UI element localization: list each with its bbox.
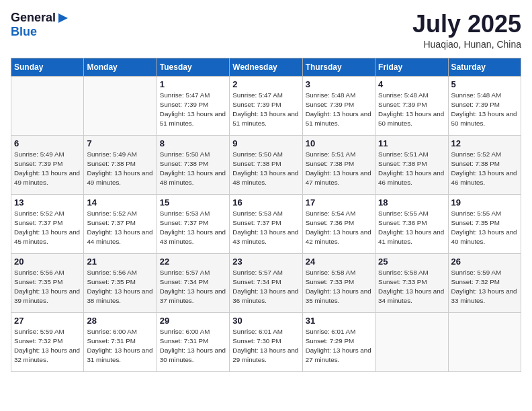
day-number: 3 — [306, 79, 372, 89]
day-number: 30 — [232, 316, 299, 326]
day-cell: 28Sunrise: 6:00 AM Sunset: 7:31 PM Dayli… — [84, 312, 157, 371]
header-row: SundayMondayTuesdayWednesdayThursdayFrid… — [11, 58, 521, 76]
day-number: 2 — [232, 79, 299, 89]
day-cell: 3Sunrise: 5:48 AM Sunset: 7:39 PM Daylig… — [302, 76, 375, 135]
day-number: 13 — [14, 197, 81, 208]
day-cell: 1Sunrise: 5:47 AM Sunset: 7:39 PM Daylig… — [157, 76, 229, 135]
day-number: 6 — [14, 138, 81, 148]
day-number: 10 — [306, 138, 372, 148]
month-title: July 2025 — [412, 11, 521, 38]
day-info: Sunrise: 5:58 AM Sunset: 7:33 PM Dayligh… — [306, 268, 372, 306]
calendar-header: SundayMondayTuesdayWednesdayThursdayFrid… — [11, 58, 521, 76]
day-info: Sunrise: 5:52 AM Sunset: 7:38 PM Dayligh… — [451, 150, 518, 188]
day-info: Sunrise: 5:58 AM Sunset: 7:33 PM Dayligh… — [378, 268, 445, 306]
day-info: Sunrise: 5:52 AM Sunset: 7:37 PM Dayligh… — [87, 209, 153, 247]
header-cell-thursday: Thursday — [302, 58, 375, 76]
day-cell: 30Sunrise: 6:01 AM Sunset: 7:30 PM Dayli… — [230, 312, 302, 371]
day-cell: 14Sunrise: 5:52 AM Sunset: 7:37 PM Dayli… — [84, 194, 157, 253]
day-info: Sunrise: 5:51 AM Sunset: 7:38 PM Dayligh… — [306, 150, 372, 188]
logo-general-text: General — [11, 11, 56, 25]
day-cell: 6Sunrise: 5:49 AM Sunset: 7:39 PM Daylig… — [11, 135, 84, 194]
day-info: Sunrise: 5:55 AM Sunset: 7:36 PM Dayligh… — [378, 209, 445, 247]
title-block: July 2025 Huaqiao, Hunan, China — [412, 11, 521, 50]
day-cell: 16Sunrise: 5:53 AM Sunset: 7:37 PM Dayli… — [230, 194, 302, 253]
day-number: 4 — [378, 79, 445, 89]
day-cell: 19Sunrise: 5:55 AM Sunset: 7:35 PM Dayli… — [448, 194, 521, 253]
day-info: Sunrise: 5:47 AM Sunset: 7:39 PM Dayligh… — [160, 91, 226, 129]
day-info: Sunrise: 6:01 AM Sunset: 7:29 PM Dayligh… — [306, 327, 372, 365]
week-row-1: 1Sunrise: 5:47 AM Sunset: 7:39 PM Daylig… — [11, 76, 521, 135]
day-info: Sunrise: 5:53 AM Sunset: 7:37 PM Dayligh… — [160, 209, 226, 247]
day-cell: 20Sunrise: 5:56 AM Sunset: 7:35 PM Dayli… — [11, 253, 84, 312]
day-number: 29 — [160, 316, 226, 326]
day-info: Sunrise: 5:57 AM Sunset: 7:34 PM Dayligh… — [160, 268, 226, 306]
logo-arrow-icon — [57, 12, 69, 24]
day-number: 22 — [160, 257, 226, 267]
day-cell: 18Sunrise: 5:55 AM Sunset: 7:36 PM Dayli… — [375, 194, 448, 253]
header-cell-saturday: Saturday — [448, 58, 521, 76]
day-info: Sunrise: 5:57 AM Sunset: 7:34 PM Dayligh… — [232, 268, 299, 306]
day-cell: 2Sunrise: 5:47 AM Sunset: 7:39 PM Daylig… — [230, 76, 302, 135]
week-row-5: 27Sunrise: 5:59 AM Sunset: 7:32 PM Dayli… — [11, 312, 521, 371]
day-number: 9 — [232, 138, 299, 148]
day-info: Sunrise: 5:48 AM Sunset: 7:39 PM Dayligh… — [451, 91, 518, 129]
header-cell-tuesday: Tuesday — [157, 58, 229, 76]
day-cell: 5Sunrise: 5:48 AM Sunset: 7:39 PM Daylig… — [448, 76, 521, 135]
header-cell-sunday: Sunday — [11, 58, 84, 76]
day-number: 27 — [14, 316, 81, 326]
day-info: Sunrise: 5:59 AM Sunset: 7:32 PM Dayligh… — [14, 327, 81, 365]
day-cell: 11Sunrise: 5:51 AM Sunset: 7:38 PM Dayli… — [375, 135, 448, 194]
header-cell-monday: Monday — [84, 58, 157, 76]
day-info: Sunrise: 5:49 AM Sunset: 7:38 PM Dayligh… — [87, 150, 153, 188]
day-number: 14 — [87, 197, 153, 208]
day-cell: 22Sunrise: 5:57 AM Sunset: 7:34 PM Dayli… — [157, 253, 229, 312]
day-number: 8 — [160, 138, 226, 148]
day-number: 25 — [378, 257, 445, 267]
day-info: Sunrise: 6:01 AM Sunset: 7:30 PM Dayligh… — [232, 327, 299, 365]
day-info: Sunrise: 5:50 AM Sunset: 7:38 PM Dayligh… — [160, 150, 226, 188]
day-number: 26 — [451, 257, 518, 267]
header-cell-friday: Friday — [375, 58, 448, 76]
day-number: 18 — [378, 197, 445, 208]
day-cell — [11, 76, 84, 135]
week-row-2: 6Sunrise: 5:49 AM Sunset: 7:39 PM Daylig… — [11, 135, 521, 194]
day-cell — [448, 312, 521, 371]
day-cell: 4Sunrise: 5:48 AM Sunset: 7:39 PM Daylig… — [375, 76, 448, 135]
day-cell: 15Sunrise: 5:53 AM Sunset: 7:37 PM Dayli… — [157, 194, 229, 253]
logo-blue-text: Blue — [11, 25, 37, 39]
day-info: Sunrise: 6:00 AM Sunset: 7:31 PM Dayligh… — [160, 327, 226, 365]
calendar-table: SundayMondayTuesdayWednesdayThursdayFrid… — [11, 58, 521, 372]
day-info: Sunrise: 5:56 AM Sunset: 7:35 PM Dayligh… — [87, 268, 153, 306]
week-row-4: 20Sunrise: 5:56 AM Sunset: 7:35 PM Dayli… — [11, 253, 521, 312]
day-cell — [84, 76, 157, 135]
day-info: Sunrise: 5:59 AM Sunset: 7:32 PM Dayligh… — [451, 268, 518, 306]
day-number: 5 — [451, 79, 518, 89]
day-info: Sunrise: 5:51 AM Sunset: 7:38 PM Dayligh… — [378, 150, 445, 188]
day-number: 7 — [87, 138, 153, 148]
day-cell: 27Sunrise: 5:59 AM Sunset: 7:32 PM Dayli… — [11, 312, 84, 371]
day-number: 21 — [87, 257, 153, 267]
day-cell: 26Sunrise: 5:59 AM Sunset: 7:32 PM Dayli… — [448, 253, 521, 312]
day-cell: 8Sunrise: 5:50 AM Sunset: 7:38 PM Daylig… — [157, 135, 229, 194]
page-header: General Blue July 2025 Huaqiao, Hunan, C… — [11, 11, 521, 50]
day-info: Sunrise: 5:52 AM Sunset: 7:37 PM Dayligh… — [14, 209, 81, 247]
day-number: 17 — [306, 197, 372, 208]
calendar-body: 1Sunrise: 5:47 AM Sunset: 7:39 PM Daylig… — [11, 76, 521, 371]
day-info: Sunrise: 5:48 AM Sunset: 7:39 PM Dayligh… — [378, 91, 445, 129]
day-cell: 21Sunrise: 5:56 AM Sunset: 7:35 PM Dayli… — [84, 253, 157, 312]
day-cell: 25Sunrise: 5:58 AM Sunset: 7:33 PM Dayli… — [375, 253, 448, 312]
logo: General Blue — [11, 11, 69, 39]
day-number: 24 — [306, 257, 372, 267]
day-cell: 7Sunrise: 5:49 AM Sunset: 7:38 PM Daylig… — [84, 135, 157, 194]
day-number: 28 — [87, 316, 153, 326]
day-cell: 29Sunrise: 6:00 AM Sunset: 7:31 PM Dayli… — [157, 312, 229, 371]
day-info: Sunrise: 5:55 AM Sunset: 7:35 PM Dayligh… — [451, 209, 518, 247]
day-cell: 13Sunrise: 5:52 AM Sunset: 7:37 PM Dayli… — [11, 194, 84, 253]
day-info: Sunrise: 5:54 AM Sunset: 7:36 PM Dayligh… — [306, 209, 372, 247]
header-cell-wednesday: Wednesday — [230, 58, 302, 76]
day-info: Sunrise: 5:56 AM Sunset: 7:35 PM Dayligh… — [14, 268, 81, 306]
day-info: Sunrise: 6:00 AM Sunset: 7:31 PM Dayligh… — [87, 327, 153, 365]
day-info: Sunrise: 5:49 AM Sunset: 7:39 PM Dayligh… — [14, 150, 81, 188]
day-cell — [375, 312, 448, 371]
day-number: 11 — [378, 138, 445, 148]
